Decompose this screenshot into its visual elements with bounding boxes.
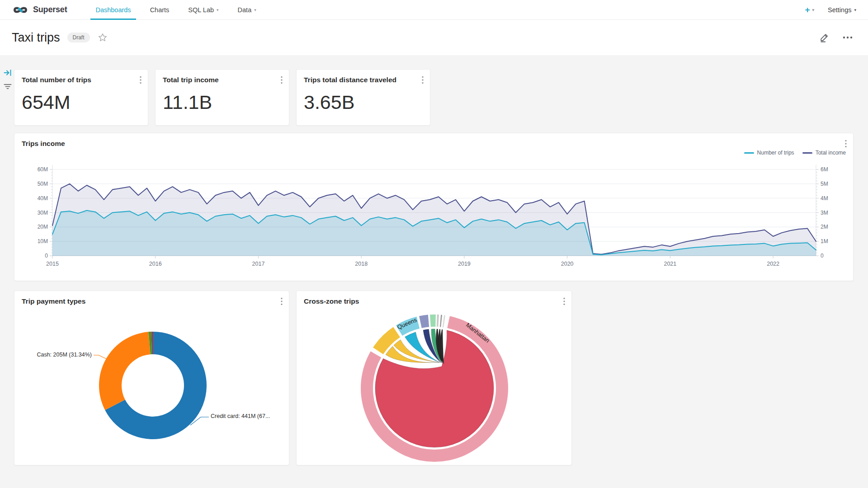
status-badge: Draft — [67, 33, 90, 42]
cross-zone-chart-card: Cross-zone trips ManhattanQueens — [296, 291, 572, 465]
payment-types-donut-chart — [14, 291, 290, 466]
nav-item-data[interactable]: Data ▾ — [228, 0, 266, 19]
svg-text:2015: 2015 — [46, 261, 59, 267]
kpi-title: Total number of trips — [22, 76, 91, 84]
svg-text:2018: 2018 — [355, 261, 368, 267]
kpi-title: Total trip income — [163, 76, 219, 84]
settings-menu[interactable]: Settings ▾ — [828, 6, 856, 14]
kpi-value: 3.65B — [304, 91, 354, 113]
svg-text:2019: 2019 — [458, 261, 471, 267]
pie-label-credit-card: Credit card: 441M (67... — [211, 413, 270, 419]
cross-zone-chord-chart: ManhattanQueens — [297, 291, 572, 466]
svg-text:2M: 2M — [821, 224, 828, 230]
chart-title: Trips income — [22, 140, 65, 148]
nav-item-sql-lab[interactable]: SQL Lab ▾ — [179, 0, 228, 19]
svg-text:0: 0 — [45, 253, 48, 259]
trips-income-chart-card: Trips income Number of trips Total incom… — [14, 133, 854, 281]
kebab-menu-icon[interactable] — [844, 139, 848, 150]
pie-label-cash: Cash: 205M (31.34%) — [14, 352, 92, 358]
favorite-star-icon[interactable] — [98, 33, 107, 42]
chevron-down-icon: ▾ — [254, 8, 256, 12]
kpi-value: 11.1B — [163, 91, 212, 113]
dashboard-content: Total number of trips 654M Total trip in… — [0, 55, 868, 488]
svg-text:50M: 50M — [38, 181, 48, 187]
trips-income-line-chart: 010M20M30M40M50M60M01M2M3M4M5M6M20152016… — [22, 150, 847, 278]
infinity-logo-icon — [12, 4, 29, 16]
nav-item-charts[interactable]: Charts — [141, 0, 179, 19]
new-item-button[interactable]: + ▾ — [805, 5, 814, 15]
more-actions-icon[interactable] — [843, 36, 853, 39]
svg-text:3M: 3M — [821, 210, 828, 216]
edit-pencil-icon[interactable] — [819, 32, 830, 43]
svg-text:1M: 1M — [821, 238, 828, 244]
svg-text:2017: 2017 — [252, 261, 265, 267]
chevron-down-icon: ▾ — [217, 8, 219, 12]
kpi-value: 654M — [22, 91, 71, 113]
svg-text:2021: 2021 — [664, 261, 676, 267]
main-nav: Dashboards Charts SQL Lab ▾ Data ▾ — [86, 0, 265, 19]
nav-item-dashboards[interactable]: Dashboards — [86, 0, 140, 19]
svg-text:0: 0 — [821, 253, 824, 259]
svg-text:40M: 40M — [38, 195, 48, 202]
kebab-menu-icon[interactable] — [139, 75, 142, 87]
kpi-card-total-trips: Total number of trips 654M — [14, 69, 148, 126]
page-title: Taxi trips — [12, 31, 60, 45]
expand-filter-bar-icon[interactable] — [4, 69, 12, 77]
svg-text:2016: 2016 — [149, 261, 162, 267]
chevron-down-icon: ▾ — [812, 8, 815, 12]
dashboard-header: Taxi trips Draft — [0, 20, 868, 55]
kpi-card-total-distance: Trips total distance traveled 3.65B — [296, 69, 430, 126]
superset-logo[interactable]: Superset — [12, 0, 67, 19]
svg-text:4M: 4M — [821, 195, 828, 202]
svg-text:20M: 20M — [38, 224, 48, 230]
filter-funnel-icon[interactable] — [4, 83, 12, 90]
brand-name: Superset — [33, 5, 67, 14]
payment-types-chart-card: Trip payment types Cash: 205M (31.34%) C… — [14, 291, 289, 465]
svg-text:6M: 6M — [821, 166, 828, 173]
svg-text:5M: 5M — [821, 181, 828, 187]
kebab-menu-icon[interactable] — [421, 75, 425, 87]
svg-text:2022: 2022 — [767, 261, 779, 267]
kpi-title: Trips total distance traveled — [304, 76, 396, 84]
svg-text:30M: 30M — [38, 210, 48, 216]
plus-icon: + — [805, 5, 810, 15]
svg-text:10M: 10M — [38, 238, 48, 244]
kpi-card-trip-income: Total trip income 11.1B — [155, 69, 289, 126]
svg-text:2020: 2020 — [561, 261, 574, 267]
chevron-down-icon: ▾ — [854, 8, 856, 12]
top-navbar: Superset Dashboards Charts SQL Lab ▾ Dat… — [0, 0, 868, 20]
kebab-menu-icon[interactable] — [280, 75, 283, 87]
svg-text:60M: 60M — [38, 166, 48, 173]
